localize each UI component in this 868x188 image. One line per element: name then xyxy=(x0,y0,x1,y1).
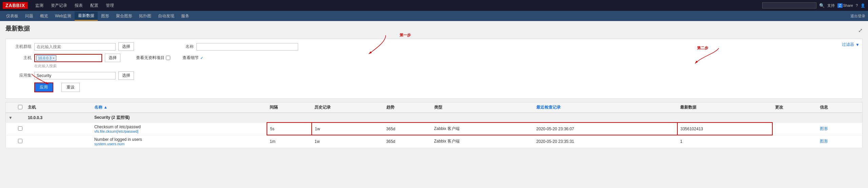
filter-toggle-icon: ▼ xyxy=(855,42,860,47)
table-header-row: 主机 名称 ▲ 间隔 历史记录 趋势 类型 最近检查记录 最新数据 更改 信息 xyxy=(6,102,863,113)
no-resource-label: 查看无资料项目 xyxy=(136,55,165,61)
row2-interval: 1m xyxy=(267,135,312,148)
tab-topology[interactable]: 拓扑图 xyxy=(136,12,155,20)
tab-problems[interactable]: 问题 xyxy=(22,12,37,20)
row1-interval: 5s xyxy=(267,123,312,135)
name-input[interactable] xyxy=(196,43,298,51)
row2-checkbox[interactable] xyxy=(15,135,25,148)
hostgroup-input[interactable] xyxy=(34,43,116,51)
col-expand xyxy=(6,102,15,113)
col-interval: 间隔 xyxy=(267,102,312,113)
col-trend: 趋势 xyxy=(384,102,431,113)
page-content: 最新数据 ⤢ 第一步 第二步 xyxy=(0,21,868,157)
host-select-btn[interactable]: 选择 xyxy=(105,54,120,62)
row2-name: Number of logged in users system.users.n… xyxy=(92,135,267,148)
tab-screens[interactable]: 聚合图形 xyxy=(113,12,136,20)
row1-check[interactable] xyxy=(18,126,22,131)
row1-name: Checksum of /etc/passwd vfs.file.cksum[/… xyxy=(92,123,267,135)
row1-chart-link[interactable]: 图形 xyxy=(820,126,828,131)
row1-expand xyxy=(6,123,15,135)
name-label: 名称 xyxy=(180,44,194,50)
search-icon: 🔍 xyxy=(819,3,825,8)
support-link[interactable]: 支持 xyxy=(827,3,835,8)
col-info: 信息 xyxy=(817,102,863,113)
filter-panel: 第一步 第二步 过滤器 ▼ xyxy=(5,39,863,99)
nav-admin[interactable]: 管理 xyxy=(102,1,117,10)
share-link[interactable]: Z Share xyxy=(837,3,853,8)
nav-assets[interactable]: 资产记录 xyxy=(47,1,71,10)
filter-row-host-placeholder: 在此输入搜索 xyxy=(11,63,857,69)
appset-select-btn[interactable]: 选择 xyxy=(118,71,134,80)
filter-row-host: 主机 10.0.0.3 × 选择 查看无资料项目 查看细节 ✓ xyxy=(11,54,857,62)
row2-chart-link[interactable]: 图形 xyxy=(820,139,828,144)
tab-latest-data[interactable]: 最新数据 xyxy=(75,12,98,21)
group-expand-icon[interactable]: ▼ xyxy=(8,115,13,120)
top-nav-right: 🔍 支持 Z Share ? 👤 xyxy=(762,2,865,8)
nav-monitoring[interactable]: 监测 xyxy=(32,1,47,10)
host-tag-close[interactable]: × xyxy=(53,56,55,60)
row2-key[interactable]: system.users.num xyxy=(94,142,264,146)
detail-label: 查看细节 xyxy=(182,55,199,61)
tab-services[interactable]: 服务 xyxy=(178,12,193,20)
logout-link[interactable]: 退出登录 xyxy=(850,14,865,19)
no-resource-checkbox[interactable] xyxy=(166,56,170,60)
row1-type: Zabbix 客户端 xyxy=(431,123,534,135)
filter-actions-row: 应用 重设 xyxy=(11,82,857,92)
global-search-input[interactable] xyxy=(762,2,816,8)
row1-lastcheck: 2020-05-20 23:36:07 xyxy=(534,123,677,135)
filter-row-hostgroup: 主机群组 选择 名称 xyxy=(11,42,857,51)
tab-discovery[interactable]: 自动发现 xyxy=(155,12,178,20)
row2-type: Zabbix 客户端 xyxy=(431,135,534,148)
share-icon: Z xyxy=(837,3,842,8)
row1-key[interactable]: vfs.file.cksum[/etc/passwd] xyxy=(94,129,264,133)
row2-chart[interactable]: 图形 xyxy=(817,135,863,148)
row2-change xyxy=(772,135,817,148)
help-icon[interactable]: ? xyxy=(856,3,858,7)
row2-host xyxy=(25,135,92,148)
group-checkbox-cell xyxy=(15,113,25,123)
filter-toggle[interactable]: 过滤器 ▼ xyxy=(842,42,860,48)
reset-button[interactable]: 重设 xyxy=(61,83,80,92)
row1-trend: 365d xyxy=(384,123,431,135)
expand-page-icon[interactable]: ⤢ xyxy=(858,27,863,34)
host-label: 主机 xyxy=(11,55,32,61)
col-host: 主机 xyxy=(25,102,92,113)
group-expand-cell[interactable]: ▼ xyxy=(6,113,15,123)
col-history: 历史记录 xyxy=(312,102,383,113)
row1-history: 1w xyxy=(312,123,383,135)
filter-bar: 过滤器 ▼ 主机群组 选择 名称 主机 10.0.0.3 × xyxy=(5,39,863,99)
row2-expand xyxy=(6,135,15,148)
col-change: 更改 xyxy=(772,102,817,113)
row1-change xyxy=(772,123,817,135)
col-type: 类型 xyxy=(431,102,534,113)
row1-host xyxy=(25,123,92,135)
group-host-cell: 10.0.0.3 xyxy=(25,113,92,123)
row2-trend: 365d xyxy=(384,135,431,148)
col-latest-data: 最新数据 xyxy=(677,102,772,113)
page-title: 最新数据 xyxy=(5,24,30,33)
data-table: 主机 名称 ▲ 间隔 历史记录 趋势 类型 最近检查记录 最新数据 更改 信息 … xyxy=(5,102,863,148)
hostgroup-select-btn[interactable]: 选择 xyxy=(118,42,134,51)
tab-dashboard[interactable]: 仪表板 xyxy=(3,12,22,20)
row1-chart[interactable]: 图形 xyxy=(817,123,863,135)
tab-webmon[interactable]: Web监测 xyxy=(52,12,75,20)
tab-overview[interactable]: 概览 xyxy=(37,12,52,20)
col-name[interactable]: 名称 ▲ xyxy=(92,102,267,113)
user-icon[interactable]: 👤 xyxy=(861,3,865,8)
row2-lastcheck: 2020-05-20 23:35:31 xyxy=(534,135,677,148)
group-label-cell: Security (2 监控项) xyxy=(92,113,863,123)
annotation-step1: 第一步 xyxy=(400,33,411,38)
row2-check[interactable] xyxy=(18,139,22,143)
detail-dropdown[interactable]: ✓ xyxy=(200,56,204,60)
nav-reports[interactable]: 报表 xyxy=(71,1,86,10)
nav-config[interactable]: 配置 xyxy=(87,1,102,10)
top-nav-items: 监测 资产记录 报表 配置 管理 xyxy=(32,1,762,10)
col-last-check[interactable]: 最近检查记录 xyxy=(534,102,677,113)
tab-graphs[interactable]: 图形 xyxy=(98,12,113,20)
select-all-checkbox[interactable] xyxy=(18,105,22,109)
group-row-10003: ▼ 10.0.0.3 Security (2 监控项) xyxy=(6,113,863,123)
host-input-wrapper[interactable]: 10.0.0.3 × xyxy=(34,54,102,62)
row1-checkbox[interactable] xyxy=(15,123,25,135)
no-resource-container: 查看无资料项目 xyxy=(136,55,170,61)
col-checkbox xyxy=(15,102,25,113)
